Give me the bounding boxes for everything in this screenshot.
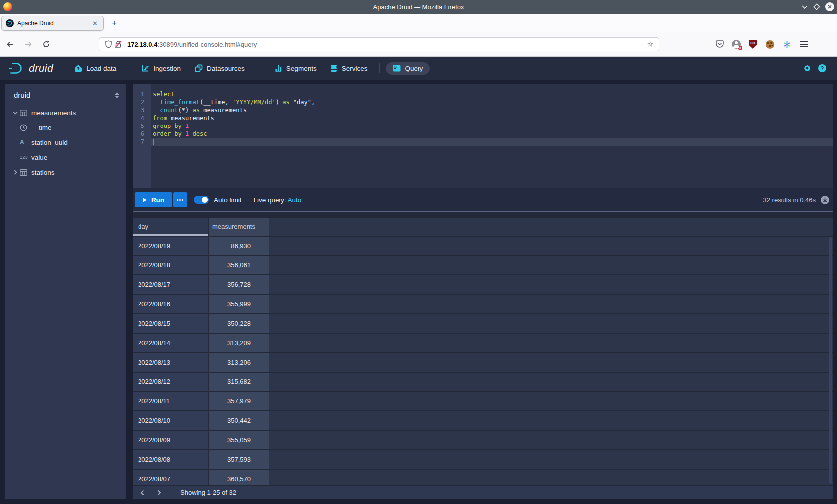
cell-measurements[interactable]: 315,682: [209, 373, 269, 391]
sql-editor[interactable]: 1234567 select time_format(__time, 'YYYY…: [133, 84, 833, 188]
cookie-extension-icon[interactable]: [765, 39, 775, 49]
nav-item-ingestion[interactable]: Ingestion: [141, 64, 181, 72]
table-row[interactable]: 2022/08/17 356,728: [133, 275, 833, 294]
prev-page-icon[interactable]: [136, 487, 149, 499]
reload-button[interactable]: [39, 37, 54, 52]
table-row[interactable]: 2022/08/13 313,206: [133, 353, 833, 372]
column-header-measurements[interactable]: measurements: [209, 218, 269, 236]
help-icon[interactable]: ?: [818, 64, 826, 72]
cell-measurements[interactable]: 356,061: [209, 256, 269, 274]
tree-item-value[interactable]: 123 value: [5, 150, 126, 165]
code-line[interactable]: select: [151, 91, 833, 99]
close-window-icon[interactable]: [825, 2, 834, 11]
cell-measurements[interactable]: 356,728: [209, 275, 269, 294]
table-row[interactable]: 2022/08/09 355,059: [133, 431, 833, 449]
cell-day[interactable]: 2022/08/07: [133, 470, 209, 485]
run-more-button[interactable]: •••: [173, 192, 187, 207]
tree-item-measurements[interactable]: measurements: [5, 105, 126, 120]
tree-item-stations[interactable]: stations: [5, 165, 126, 180]
asterisk-extension-icon[interactable]: [782, 39, 792, 49]
cell-day[interactable]: 2022/08/08: [133, 450, 209, 469]
cell-day[interactable]: 2022/08/12: [133, 373, 209, 391]
table-row[interactable]: 2022/08/14 313,209: [133, 334, 833, 352]
cell-measurements[interactable]: 357,979: [209, 392, 269, 410]
tree-item-time[interactable]: __time: [5, 120, 126, 135]
cell-measurements[interactable]: 86,930: [209, 237, 269, 255]
account-extension-icon[interactable]: x: [732, 40, 741, 49]
cell-day[interactable]: 2022/08/19: [133, 237, 209, 255]
druid-brand[interactable]: druid: [8, 62, 53, 75]
nav-item-services[interactable]: Services: [330, 64, 368, 72]
cell-day[interactable]: 2022/08/13: [133, 353, 209, 372]
datasources-icon: [195, 64, 203, 72]
settings-gear-icon[interactable]: [803, 64, 812, 73]
pocket-icon[interactable]: [715, 39, 725, 49]
cell-measurements[interactable]: 355,059: [209, 431, 269, 449]
ublock-origin-icon[interactable]: uO: [748, 39, 758, 49]
cell-measurements[interactable]: 360,570: [209, 470, 269, 485]
code-line[interactable]: time_format(__time, 'YYYY/MM/dd') as "da…: [151, 99, 833, 107]
code-line[interactable]: group by 1: [151, 123, 833, 130]
cell-day[interactable]: 2022/08/14: [133, 334, 209, 352]
cell-measurements[interactable]: 357,593: [209, 450, 269, 469]
menu-hamburger-icon[interactable]: [799, 39, 809, 49]
cell-day[interactable]: 2022/08/15: [133, 314, 209, 333]
table-vscrollbar[interactable]: [829, 237, 832, 484]
sort-caret-icon[interactable]: [114, 92, 120, 99]
cell-measurements[interactable]: 350,228: [209, 314, 269, 333]
table-row[interactable]: 2022/08/19 86,930: [133, 237, 833, 255]
new-tab-button[interactable]: +: [108, 17, 121, 30]
cell-day[interactable]: 2022/08/10: [133, 411, 209, 430]
table-row[interactable]: 2022/08/10 350,442: [133, 411, 833, 430]
cell-measurements[interactable]: 355,999: [209, 295, 269, 313]
column-header-day[interactable]: day: [133, 218, 209, 236]
line-number: 6: [133, 130, 144, 138]
download-results-icon[interactable]: [821, 196, 829, 204]
bookmark-star-icon[interactable]: ☆: [647, 40, 654, 49]
tab-close-icon[interactable]: ✕: [91, 20, 99, 27]
tracking-shield-icon[interactable]: [103, 39, 113, 49]
tree-item-station-uuid[interactable]: A station_uuid: [5, 135, 126, 150]
auto-limit-toggle[interactable]: [194, 196, 209, 204]
table-row[interactable]: 2022/08/11 357,979: [133, 392, 833, 410]
table-row[interactable]: 2022/08/08 357,593: [133, 450, 833, 469]
table-hscrollbar[interactable]: [133, 211, 833, 212]
run-button[interactable]: Run: [135, 192, 172, 207]
cell-day[interactable]: 2022/08/16: [133, 295, 209, 313]
back-button[interactable]: [3, 37, 18, 52]
pagination-status: Showing 1-25 of 32: [180, 489, 236, 496]
schema-selector[interactable]: druid: [5, 84, 126, 99]
table-row[interactable]: 2022/08/18 356,061: [133, 256, 833, 274]
cell-day[interactable]: 2022/08/11: [133, 392, 209, 410]
cell-day[interactable]: 2022/08/09: [133, 431, 209, 449]
code-line[interactable]: from measurements: [151, 115, 833, 123]
nav-item-segments[interactable]: Segments: [275, 64, 317, 72]
tree-item-label: measurements: [31, 109, 76, 117]
live-query-value[interactable]: Auto: [288, 196, 302, 204]
table-row[interactable]: 2022/08/12 315,682: [133, 373, 833, 391]
nav-item-query[interactable]: Query: [386, 62, 430, 75]
code-line[interactable]: order by 1 desc: [151, 130, 833, 138]
table-row[interactable]: 2022/08/15 350,228: [133, 314, 833, 333]
forward-button[interactable]: [21, 37, 36, 52]
url-bar[interactable]: 172.18.0.4:30899/unified-console.html#qu…: [99, 37, 659, 51]
cell-measurements[interactable]: 313,209: [209, 334, 269, 352]
editor-code-area[interactable]: select time_format(__time, 'YYYY/MM/dd')…: [151, 84, 833, 188]
cell-measurements[interactable]: 350,442: [209, 411, 269, 430]
table-row[interactable]: 2022/08/16 355,999: [133, 295, 833, 313]
insecure-lock-icon[interactable]: [113, 39, 123, 49]
maximize-icon[interactable]: [813, 3, 820, 10]
cell-day[interactable]: 2022/08/17: [133, 275, 209, 294]
chevron-down-icon[interactable]: [11, 111, 20, 115]
code-line[interactable]: count(*) as measurements: [151, 107, 833, 115]
code-line[interactable]: [151, 138, 833, 146]
cell-day[interactable]: 2022/08/18: [133, 256, 209, 274]
nav-item-datasources[interactable]: Datasources: [195, 64, 245, 72]
next-page-icon[interactable]: [152, 487, 166, 499]
nav-item-load-data[interactable]: Load data: [74, 64, 116, 72]
browser-tab[interactable]: Apache Druid ✕: [1, 16, 104, 31]
minimize-icon[interactable]: [801, 4, 808, 9]
cell-measurements[interactable]: 313,206: [209, 353, 269, 372]
chevron-right-icon[interactable]: [11, 170, 20, 175]
table-row[interactable]: 2022/08/07 360,570: [133, 470, 833, 485]
